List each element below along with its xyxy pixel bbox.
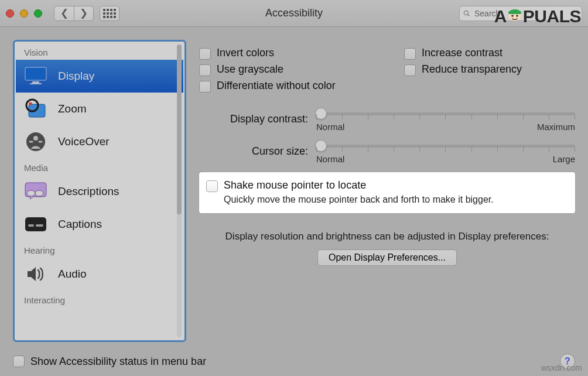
- search-field[interactable]: [459, 6, 582, 21]
- sidebar-group-hearing: Hearing: [16, 241, 183, 258]
- sidebar-item-descriptions[interactable]: Descriptions: [16, 175, 183, 208]
- checkbox[interactable]: [199, 81, 211, 93]
- checkbox-columns: Invert colors Use grayscale Differentiat…: [199, 47, 575, 96]
- slider[interactable]: Normal Large: [316, 142, 575, 160]
- checkbox[interactable]: [199, 64, 211, 76]
- svg-point-10: [35, 190, 43, 196]
- close-window-button[interactable]: [6, 9, 14, 18]
- sidebar-group-media: Media: [16, 158, 183, 175]
- checkbox[interactable]: [13, 356, 25, 367]
- captions-icon: [24, 213, 47, 236]
- svg-point-5: [29, 102, 32, 105]
- option-invert-colors[interactable]: Invert colors: [199, 47, 404, 60]
- titlebar: ❮ ❯ Accessibility: [0, 0, 588, 27]
- checkbox-label: Invert colors: [217, 47, 274, 59]
- option-reduce-transparency[interactable]: Reduce transparency: [404, 63, 522, 76]
- footer: Show Accessibility status in menu bar ?: [0, 347, 588, 376]
- content-area: Invert colors Use grayscale Differentiat…: [199, 40, 575, 342]
- svg-rect-0: [25, 67, 46, 80]
- sidebar-item-label: Descriptions: [58, 185, 119, 198]
- search-icon: [463, 9, 470, 18]
- chevron-right-icon: ❯: [80, 7, 88, 19]
- sidebar-item-label: Display: [58, 70, 94, 83]
- sidebar-item-captions[interactable]: Captions: [16, 208, 183, 241]
- checkbox-label: Increase contrast: [422, 47, 502, 59]
- svg-rect-13: [36, 224, 43, 227]
- footer-label: Show Accessibility status in menu bar: [30, 356, 206, 368]
- checkbox[interactable]: [199, 48, 211, 60]
- display-icon: [24, 64, 47, 88]
- sidebar-item-label: Captions: [58, 218, 102, 231]
- open-display-preferences-button[interactable]: Open Display Preferences...: [317, 249, 457, 266]
- checkbox-row[interactable]: Shake mouse pointer to locate: [206, 179, 566, 192]
- svg-rect-2: [30, 83, 42, 84]
- voiceover-icon: [24, 130, 47, 153]
- slider-max-label: Large: [553, 154, 575, 164]
- option-diff-without-color[interactable]: Differentiate without color: [199, 80, 404, 93]
- back-button[interactable]: ❮: [54, 6, 74, 21]
- slider-max-label: Maximum: [537, 122, 575, 132]
- svg-rect-11: [25, 217, 46, 231]
- slider-min-label: Normal: [316, 122, 344, 132]
- checkbox[interactable]: [404, 48, 416, 60]
- sidebar-item-audio[interactable]: Audio: [16, 258, 183, 290]
- slider-display-contrast: Display contrast: Normal Maximum: [199, 110, 575, 128]
- slider-end-labels: Normal Maximum: [316, 122, 575, 132]
- slider-min-label: Normal: [316, 154, 344, 164]
- show-all-button[interactable]: [100, 6, 119, 21]
- svg-point-9: [27, 190, 35, 196]
- nav-group: ❮ ❯: [54, 6, 94, 21]
- zoom-window-button[interactable]: [34, 9, 42, 18]
- slider-label: Display contrast:: [199, 113, 316, 125]
- chevron-left-icon: ❮: [60, 7, 69, 19]
- window-controls: [6, 9, 42, 18]
- descriptions-icon: [24, 180, 47, 203]
- slider-label: Cursor size:: [199, 145, 316, 158]
- minimize-window-button[interactable]: [20, 9, 28, 18]
- checkbox-label: Reduce transparency: [422, 63, 522, 76]
- checkbox-label: Shake mouse pointer to locate: [224, 179, 366, 192]
- option-increase-contrast[interactable]: Increase contrast: [404, 47, 522, 60]
- panel-body: Vision Display Zoom VoiceOver Media: [0, 27, 588, 347]
- option-description: Quickly move the mouse pointer back and …: [206, 194, 566, 205]
- grid-icon: [103, 9, 116, 18]
- sidebar-item-label: VoiceOver: [58, 135, 110, 148]
- sidebar-group-interacting: Interacting: [16, 290, 183, 307]
- svg-rect-1: [32, 81, 39, 83]
- checkbox[interactable]: [206, 180, 218, 192]
- sidebar-item-display[interactable]: Display: [16, 60, 183, 93]
- option-use-grayscale[interactable]: Use grayscale: [199, 63, 404, 76]
- checkbox-label: Differentiate without color: [217, 80, 336, 92]
- slider-end-labels: Normal Large: [316, 154, 575, 164]
- sidebar-selection: Vision Display Zoom VoiceOver Media: [13, 40, 186, 342]
- resolution-note: Display resolution and brightness can be…: [199, 231, 575, 242]
- sidebar[interactable]: Vision Display Zoom VoiceOver Media: [16, 43, 183, 339]
- sidebar-item-label: Audio: [58, 268, 87, 281]
- sidebar-group-vision: Vision: [16, 43, 183, 60]
- slider[interactable]: Normal Maximum: [316, 110, 575, 128]
- svg-point-7: [33, 136, 38, 141]
- slider-ticks: [316, 146, 575, 152]
- forward-button[interactable]: ❯: [74, 6, 94, 21]
- slider-cursor-size: Cursor size: Normal Large: [199, 142, 575, 160]
- slider-ticks: [316, 114, 575, 119]
- scrollbar-thumb[interactable]: [177, 45, 182, 214]
- sidebar-item-label: Zoom: [58, 102, 87, 115]
- checkbox-label: Use grayscale: [217, 63, 283, 76]
- scrollbar[interactable]: [177, 45, 182, 337]
- help-button[interactable]: ?: [560, 354, 575, 369]
- audio-icon: [24, 262, 47, 286]
- sidebar-item-voiceover[interactable]: VoiceOver: [16, 125, 183, 158]
- checkbox[interactable]: [404, 64, 416, 76]
- option-shake-mouse: Shake mouse pointer to locate Quickly mo…: [199, 172, 575, 213]
- svg-rect-12: [28, 224, 34, 227]
- search-input[interactable]: [473, 8, 578, 19]
- zoom-icon: [24, 97, 47, 121]
- sidebar-item-zoom[interactable]: Zoom: [16, 93, 183, 125]
